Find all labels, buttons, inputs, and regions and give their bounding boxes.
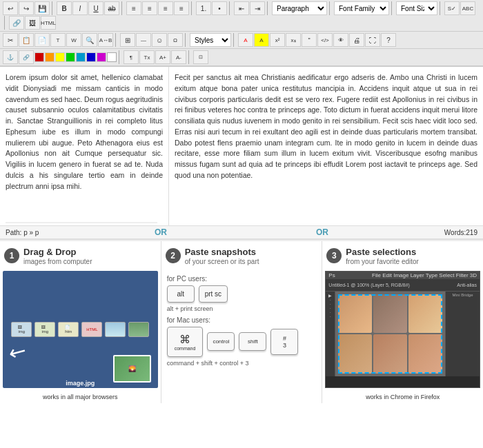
paragraph-select[interactable]: Paragraph [272,1,327,15]
photo-cell-3 [408,294,442,334]
sep5 [267,1,270,15]
color2-button[interactable] [45,52,55,62]
select-all-button[interactable]: ⊡ [193,50,208,64]
shift-key: shift [239,332,266,351]
abccheck-button[interactable]: ABC [460,1,475,15]
align-center-button[interactable]: ≡ [142,1,157,15]
feature2-header: 2 Paste snapshots of your screen or its … [161,241,322,268]
save-button[interactable]: 💾 [34,1,50,15]
font-smaller-button[interactable]: A- [171,50,186,64]
remove-format-button[interactable]: Tx [139,50,155,64]
shift-label: shift [242,338,263,345]
feature1-title-area: Drag & Drop images from computer [23,247,92,265]
editor-right-panel[interactable]: Fecit per sanctus ait mea Christianis ae… [169,67,483,225]
print-button[interactable]: 🖨 [349,33,364,47]
find-button[interactable]: 🔍 [82,33,97,47]
color1-button[interactable] [34,52,44,62]
photo-cell-1 [338,294,372,334]
redo-button[interactable]: ↪ [19,1,34,15]
styles-select[interactable]: Styles [190,33,231,47]
drag-arrow-icon: ↙ [5,337,32,367]
align-left-button[interactable]: ≡ [126,1,141,15]
sep2 [121,1,124,15]
fullscreen-button[interactable]: ⛶ [365,33,380,47]
html-button[interactable]: HTML [41,16,56,30]
table-button[interactable]: ⊞ [120,33,135,47]
prtsc-key: prt sc [199,285,228,303]
control-label: control [210,338,231,345]
special-char-button[interactable]: Ω [168,33,183,47]
smiley-button[interactable]: ☺ [152,33,167,47]
status-bar: Path: p » p OR OR Words:219 [0,225,483,240]
anchor-button[interactable]: ⚓ [3,50,18,64]
superscript-button[interactable]: x² [270,33,285,47]
format-para-button[interactable]: ¶ [124,50,139,64]
bold-button[interactable]: B [57,1,72,15]
file-icon-2: 🖼img [34,322,55,337]
sep9 [4,16,7,30]
feature2-subtitle: of your screen or its part [185,258,259,265]
image-button[interactable]: 🖼 [25,16,40,30]
features-section: 1 Drag & Drop images from computer 🖼img … [0,240,483,403]
copy-button[interactable]: 📋 [19,33,34,47]
paste-button[interactable]: 📄 [34,33,50,47]
source-button[interactable]: </> [317,33,333,47]
photo-grid [335,292,445,376]
color8-button[interactable] [107,52,117,62]
strikethrough-button[interactable]: ab [104,1,119,15]
photo-cell-2 [373,294,407,334]
feature1-title: Drag & Drop [23,247,92,258]
ps-canvas [335,292,445,376]
feature1-icon-row: 🖼img 🖼img 📄htm HTML [8,319,152,340]
hr-button[interactable]: — [136,33,151,47]
help-button[interactable]: ? [381,33,396,47]
color7-button[interactable] [97,52,106,62]
ps-anti-alias-label: Anti-alias [457,283,477,287]
color4-button[interactable] [66,52,75,62]
cut-button[interactable]: ✂ [3,33,18,47]
spellcheck-button[interactable]: S✓ [444,1,460,15]
file-icon-html: HTML [81,322,102,337]
paste-word-button[interactable]: W [66,33,81,47]
sep4 [229,1,232,15]
align-right-button[interactable]: ≡ [158,1,173,15]
command-symbol: ⌘ [175,333,196,346]
font-color-button[interactable]: A [238,33,253,47]
sep3 [191,1,194,15]
paste-text-button[interactable]: T [50,33,66,47]
color5-button[interactable] [76,52,86,62]
link-button[interactable]: 🔗 [9,16,24,30]
font-size-select[interactable]: Font Size [396,1,437,15]
image-label: image.jpg [3,380,158,387]
justify-button[interactable]: ≡ [174,1,189,15]
sep6 [329,1,332,15]
font-bigger-button[interactable]: A+ [155,50,170,64]
feature3-caption: works in Chrome in Firefox [322,391,483,403]
feature2-num: 2 [166,248,181,263]
preview-button[interactable]: 👁 [333,33,348,47]
mac-key-hint: command + shift + control + 3 [167,360,317,367]
italic-button[interactable]: I [72,1,88,15]
editor-left-panel: Lorem ipsum dolor sit amet, hellenico cl… [0,67,169,225]
feature2-content: for PC users: alt prt sc alt + print scr… [161,268,322,403]
outdent-button[interactable]: ⇤ [234,1,249,15]
ol-button[interactable]: 1. [196,1,211,15]
unlink-button[interactable]: 🔗 [19,50,34,64]
indent-button[interactable]: ⇥ [250,1,265,15]
ps-window-controls: File Edit Image Layer Type Select Filter… [372,272,477,278]
word-count: Words:219 [328,229,477,236]
feature1-header: 1 Drag & Drop images from computer [0,241,161,268]
subscript-button[interactable]: x₂ [286,33,301,47]
ps-top-toolbar: Untitled-1 @ 100% (Layer 5, RGB/8#) Anti… [326,279,480,292]
color6-button[interactable] [86,52,96,62]
replace-button[interactable]: A↔B [98,33,113,47]
feature3-subtitle: from your favorite editor [346,258,419,265]
underline-button[interactable]: U [88,1,103,15]
bg-color-button[interactable]: A [254,33,269,47]
ul-button[interactable]: • [212,1,227,15]
blockquote-button[interactable]: " [302,33,317,47]
color3-button[interactable] [55,52,65,62]
font-family-select[interactable]: Font Family [334,1,389,15]
undo-button[interactable]: ↩ [3,1,18,15]
feature3-title-area: Paste selections from your favorite edit… [346,247,419,265]
